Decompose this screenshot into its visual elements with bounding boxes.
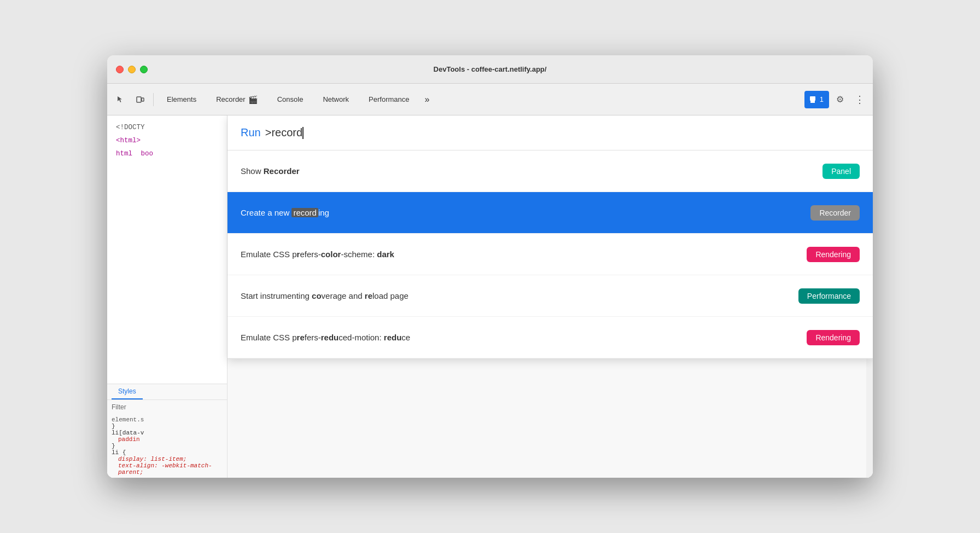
- code-line: }: [112, 423, 223, 430]
- devtools-window: DevTools - coffee-cart.netlify.app/ Elem…: [107, 55, 873, 478]
- tab-performance[interactable]: Performance: [360, 89, 418, 111]
- code-line: <!DOCTY: [107, 121, 227, 134]
- more-options-button[interactable]: ⋮: [851, 91, 868, 108]
- svg-rect-0: [137, 97, 141, 102]
- highlight-span: record: [291, 208, 318, 217]
- command-item-text: Emulate CSS prefers-reduced-motion: redu…: [241, 333, 410, 342]
- svg-rect-1: [142, 98, 144, 101]
- badge-performance: Performance: [798, 288, 860, 304]
- code-line: li {: [112, 449, 223, 456]
- toolbar-separator: [153, 93, 154, 106]
- tab-network[interactable]: Network: [314, 89, 358, 111]
- code-line: element.s: [112, 416, 223, 423]
- command-item-text: Start instrumenting coverage and reload …: [241, 291, 409, 300]
- window-title: DevTools - coffee-cart.netlify.app/: [434, 65, 547, 73]
- maximize-button[interactable]: [140, 66, 148, 73]
- main-content: <!DOCTY <html> html boo Styles: [107, 115, 873, 478]
- command-item-emulate-motion[interactable]: Emulate CSS prefers-reduced-motion: redu…: [228, 317, 873, 358]
- minimize-button[interactable]: [128, 66, 136, 73]
- badge-panel: Panel: [822, 164, 860, 179]
- titlebar: DevTools - coffee-cart.netlify.app/: [107, 55, 873, 84]
- tab-elements[interactable]: Elements: [158, 89, 205, 111]
- code-line: html boo: [107, 147, 227, 160]
- tab-styles[interactable]: Styles: [112, 384, 143, 399]
- code-line: li[data-v: [112, 430, 223, 436]
- more-dots-icon: ⋮: [855, 94, 865, 106]
- svg-rect-3: [810, 100, 815, 103]
- badge-recorder: Recorder: [810, 205, 860, 221]
- command-item-text: Emulate CSS prefers-color-scheme: dark: [241, 250, 394, 259]
- traffic-lights: [116, 66, 148, 73]
- command-item-text: Show Recorder: [241, 166, 300, 176]
- command-item-coverage[interactable]: Start instrumenting coverage and reload …: [228, 275, 873, 317]
- close-button[interactable]: [116, 66, 124, 73]
- device-toolbar-button[interactable]: [131, 91, 149, 108]
- run-label: Run: [241, 126, 261, 139]
- select-tool-button[interactable]: [112, 91, 129, 108]
- code-line: display: list-item;: [112, 456, 223, 462]
- command-item-create-recording[interactable]: Create a new recording Recorder: [228, 192, 873, 234]
- badge-rendering-2: Rendering: [807, 330, 860, 345]
- gear-icon: ⚙: [836, 94, 844, 105]
- command-palette: Run >record Show Recorder Panel: [228, 115, 873, 359]
- toolbar: Elements Recorder 🎬 Console Network Perf…: [107, 84, 873, 115]
- code-line: paddin: [112, 436, 223, 443]
- badge-rendering-1: Rendering: [807, 247, 860, 262]
- styles-panel: Styles Filter element.s } li[data-v padd…: [107, 384, 227, 478]
- tab-recorder[interactable]: Recorder 🎬: [207, 89, 266, 111]
- text-cursor: [302, 127, 304, 139]
- tab-console[interactable]: Console: [269, 89, 312, 111]
- styles-code: element.s } li[data-v paddin } li { disp…: [107, 414, 227, 478]
- code-line: text-align: -webkit-match-parent;: [112, 462, 223, 476]
- recorder-icon: 🎬: [248, 95, 258, 104]
- command-item-show-recorder[interactable]: Show Recorder Panel: [228, 150, 873, 192]
- command-input-row: Run >record: [228, 115, 873, 150]
- notifications-button[interactable]: 1: [804, 91, 829, 108]
- filter-row: Filter: [107, 400, 227, 414]
- svg-rect-2: [810, 96, 815, 101]
- more-tabs-button[interactable]: »: [420, 89, 434, 111]
- command-input[interactable]: >record: [265, 126, 304, 140]
- code-line: }: [112, 443, 223, 449]
- command-item-emulate-dark[interactable]: Emulate CSS prefers-color-scheme: dark R…: [228, 234, 873, 275]
- devtools-panel: Elements Recorder 🎬 Console Network Perf…: [107, 84, 873, 478]
- settings-button[interactable]: ⚙: [831, 91, 849, 108]
- left-panel: <!DOCTY <html> html boo Styles: [107, 115, 228, 478]
- code-line: <html>: [107, 134, 227, 147]
- command-item-text: Create a new recording: [241, 208, 329, 217]
- styles-tabs: Styles: [107, 384, 227, 400]
- dom-panel: <!DOCTY <html> html boo: [107, 115, 227, 384]
- right-panel: 🪣 ◁ css:400 user agent stylesheet: [228, 115, 873, 478]
